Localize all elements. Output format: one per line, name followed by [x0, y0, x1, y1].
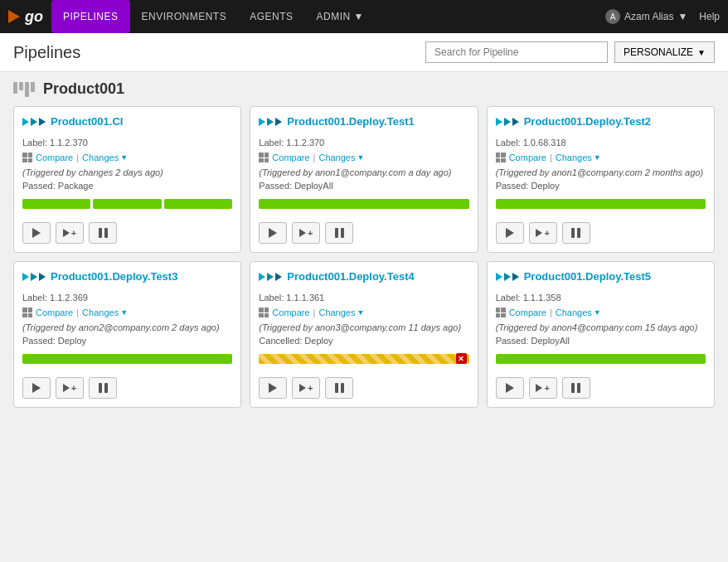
stage-bar [496, 199, 706, 209]
changes-dropdown[interactable]: Changes ▼ [318, 308, 364, 317]
play-icon [269, 383, 277, 393]
play-plus-icon: + [299, 384, 313, 393]
play-button[interactable] [22, 377, 51, 399]
stage-bar [496, 354, 706, 364]
pipeline-status: Passed: Deploy [22, 336, 232, 346]
pipeline-flow-icon [22, 273, 46, 281]
stage-bars [22, 199, 232, 209]
changes-arrow-icon: ▼ [357, 308, 364, 317]
compare-link[interactable]: Compare [36, 308, 73, 317]
pipeline-card: Product001.Deploy.Test2 Label: 1.0.68.31… [487, 106, 715, 253]
compare-icon [22, 153, 32, 162]
play-button[interactable] [22, 222, 51, 244]
logo-play-icon [8, 10, 20, 23]
nav-agents[interactable]: AGENTS [238, 0, 304, 33]
changes-dropdown[interactable]: Changes ▼ [82, 308, 128, 317]
pause-button[interactable] [562, 377, 590, 399]
play-plus-icon: + [299, 229, 313, 238]
stage-bars [496, 354, 706, 364]
pipeline-flow-icon [259, 273, 282, 281]
play-with-options-button[interactable]: + [56, 377, 84, 399]
play-button[interactable] [259, 222, 287, 244]
search-input[interactable] [425, 41, 608, 63]
pipeline-compare-row: Compare | Changes ▼ [496, 308, 706, 317]
personalize-arrow-icon: ▼ [697, 48, 706, 57]
changes-arrow-icon: ▼ [594, 153, 601, 162]
logo: go [8, 8, 43, 26]
nav-pipelines[interactable]: PIPELINES [51, 0, 130, 33]
pause-icon [335, 228, 344, 238]
play-with-options-button[interactable]: + [292, 222, 320, 244]
cancelled-stage-bar: ✕ [259, 354, 468, 364]
pause-icon [335, 383, 344, 393]
user-menu[interactable]: A Azam Alias ▼ [605, 9, 687, 24]
pipeline-label: Label: 1.1.2.369 [22, 293, 232, 303]
main-content: Product001 Product001.CI Label: 1.1.2.37… [0, 72, 728, 562]
play-button[interactable] [496, 377, 524, 399]
play-with-options-button[interactable]: + [56, 222, 84, 244]
changes-arrow-icon: ▼ [594, 308, 601, 317]
changes-arrow-icon: ▼ [120, 153, 128, 162]
pipeline-card-header: Product001.Deploy.Test4 [259, 270, 468, 283]
stage-bars [259, 199, 468, 209]
help-link[interactable]: Help [687, 11, 720, 22]
pause-button[interactable] [325, 222, 353, 244]
pipeline-name[interactable]: Product001.Deploy.Test2 [524, 115, 651, 128]
pause-icon [571, 383, 580, 393]
nav-admin[interactable]: ADMIN ▼ [305, 0, 376, 33]
pipeline-name[interactable]: Product001.CI [51, 115, 123, 128]
pipeline-compare-row: Compare | Changes ▼ [22, 153, 232, 162]
group-icon [13, 82, 35, 97]
changes-dropdown[interactable]: Changes ▼ [82, 153, 128, 162]
pipeline-card: Product001.Deploy.Test1 Label: 1.1.2.370… [250, 106, 478, 253]
changes-dropdown[interactable]: Changes ▼ [556, 308, 601, 317]
compare-link[interactable]: Compare [272, 153, 309, 162]
stage-bars [22, 354, 232, 364]
pipeline-actions: + [496, 222, 706, 244]
pipeline-trigger: (Triggered by anon1@company.com 2 months… [496, 167, 706, 177]
pipeline-flow-icon [496, 273, 519, 281]
compare-link[interactable]: Compare [509, 308, 546, 317]
play-with-options-button[interactable]: + [529, 222, 557, 244]
play-with-options-button[interactable]: + [529, 377, 557, 399]
changes-dropdown[interactable]: Changes ▼ [318, 153, 364, 162]
play-icon [269, 228, 277, 238]
pipeline-name[interactable]: Product001.Deploy.Test1 [287, 115, 414, 128]
compare-link[interactable]: Compare [509, 153, 546, 162]
pause-icon [571, 228, 580, 238]
pause-button[interactable] [562, 222, 590, 244]
pipeline-status: Passed: Package [22, 181, 232, 191]
pipeline-card: Product001.Deploy.Test5 Label: 1.1.1.358… [487, 261, 715, 408]
pipeline-trigger: (Triggered by anon3@company.com 11 days … [259, 322, 468, 332]
compare-icon [496, 308, 506, 317]
pause-button[interactable] [325, 377, 353, 399]
group-header: Product001 [13, 80, 715, 98]
play-icon [32, 383, 41, 393]
stage-bar [259, 199, 468, 209]
play-with-options-button[interactable]: + [292, 377, 320, 399]
pipeline-card-header: Product001.Deploy.Test5 [496, 270, 706, 283]
stage-bars [496, 199, 706, 209]
nav-environments[interactable]: ENVIRONMENTS [130, 0, 239, 33]
stage-bar [164, 199, 232, 209]
compare-link[interactable]: Compare [36, 153, 73, 162]
play-button[interactable] [259, 377, 287, 399]
changes-dropdown[interactable]: Changes ▼ [556, 153, 601, 162]
pause-button[interactable] [89, 222, 117, 244]
play-button[interactable] [496, 222, 524, 244]
pipeline-name[interactable]: Product001.Deploy.Test5 [524, 270, 651, 283]
pause-button[interactable] [89, 377, 117, 399]
pipeline-trigger: (Triggered by changes 2 days ago) [22, 167, 232, 177]
header-actions: PERSONALIZE ▼ [425, 41, 715, 63]
compare-link[interactable]: Compare [272, 308, 309, 317]
group-title: Product001 [43, 80, 124, 98]
personalize-button[interactable]: PERSONALIZE ▼ [614, 41, 715, 63]
pipeline-name[interactable]: Product001.Deploy.Test3 [51, 270, 177, 283]
pipeline-name[interactable]: Product001.Deploy.Test4 [287, 270, 414, 283]
pipeline-card-header: Product001.Deploy.Test2 [496, 115, 706, 128]
play-plus-icon: + [536, 229, 549, 238]
pipeline-compare-row: Compare | Changes ▼ [259, 308, 468, 317]
pipeline-status: Passed: DeployAll [259, 181, 468, 191]
pipeline-compare-row: Compare | Changes ▼ [496, 153, 706, 162]
stage-bar [22, 354, 232, 364]
